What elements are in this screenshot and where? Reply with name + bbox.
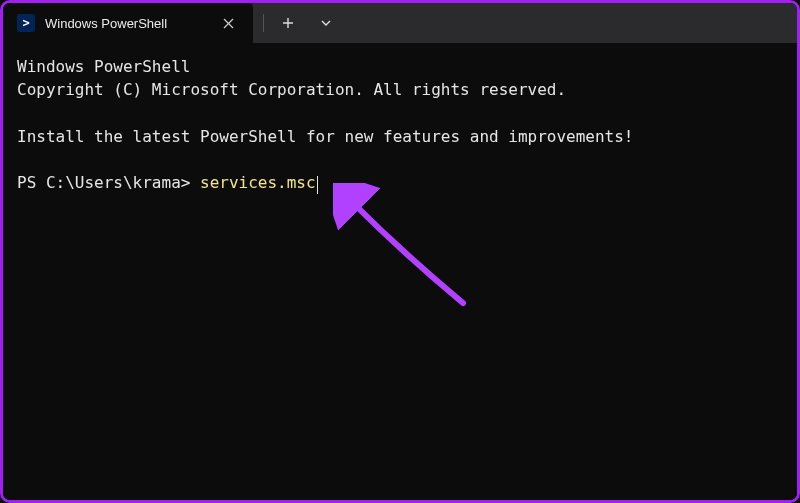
tabbar-controls bbox=[253, 3, 797, 43]
prompt-text: PS C:\Users\krama> bbox=[17, 173, 200, 192]
tab-dropdown-button[interactable] bbox=[310, 9, 342, 37]
tab-title: Windows PowerShell bbox=[45, 16, 207, 31]
text-cursor bbox=[317, 176, 319, 194]
output-line: Install the latest PowerShell for new fe… bbox=[17, 127, 634, 146]
divider bbox=[263, 14, 264, 32]
powershell-icon: > bbox=[17, 14, 35, 32]
output-line: Windows PowerShell bbox=[17, 57, 190, 76]
terminal-output[interactable]: Windows PowerShell Copyright (C) Microso… bbox=[3, 43, 797, 500]
close-tab-button[interactable] bbox=[217, 12, 239, 34]
plus-icon bbox=[282, 17, 294, 29]
close-icon bbox=[223, 18, 234, 29]
chevron-down-icon bbox=[320, 17, 332, 29]
titlebar: > Windows PowerShell bbox=[3, 3, 797, 43]
active-tab[interactable]: > Windows PowerShell bbox=[3, 3, 253, 43]
new-tab-button[interactable] bbox=[272, 9, 304, 37]
command-input[interactable]: services.msc bbox=[200, 173, 316, 192]
output-line: Copyright (C) Microsoft Corporation. All… bbox=[17, 80, 566, 99]
